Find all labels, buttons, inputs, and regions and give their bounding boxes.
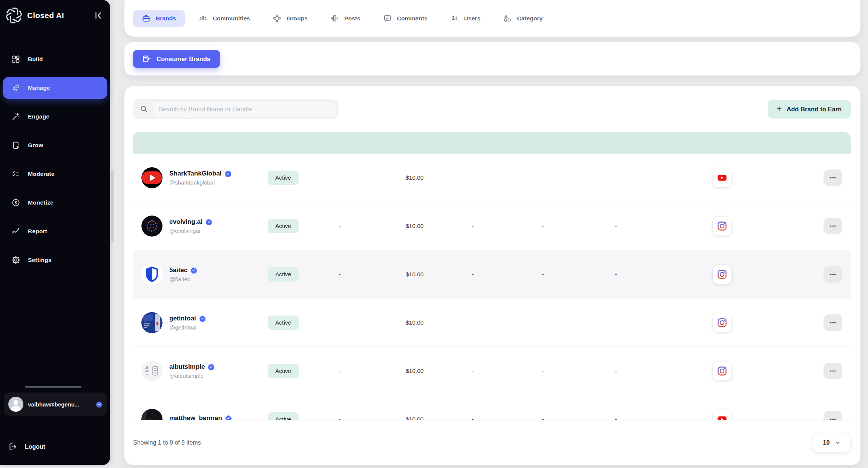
nav-tab[interactable]: Comments [374,10,437,27]
unique-viewers-value: - [539,223,612,229]
table-row[interactable]: matthew_berman Active - $10.00 [133,395,851,420]
wallet-arrow-icon [143,54,152,63]
instagram-chip[interactable] [713,265,732,284]
sidebar-item[interactable]: Build [3,48,107,70]
logout-icon [8,442,17,451]
user-card[interactable]: vaibhav@begenu... [4,393,107,416]
earnings-value: - [336,174,403,181]
sidebar-item[interactable]: Settings [3,249,107,271]
youtube-chip[interactable] [713,410,732,420]
users-icon [450,14,459,23]
cpm-value: $10.00 [403,368,469,374]
wand-icon [11,112,20,121]
earnings-value: - [336,319,403,326]
nav-tab-label: Category [517,15,543,22]
sidebar-menu: Build Manage Engage Grow Moderate $ Mone… [0,31,110,271]
brand-cell: aibutsimple @aibutsimple [133,360,268,382]
row-actions-button[interactable] [824,411,842,420]
brand-name: SharkTankGlobal [169,170,222,177]
total-views-value: - [469,223,539,229]
unique-viewers-value: - [539,271,612,278]
briefcase-icon [142,14,150,23]
verified-badge-icon [96,401,103,408]
particles-avatar [141,216,163,237]
brand-name: getintoai [169,315,196,322]
nav-tab-label: Brands [156,15,176,22]
verified-badge-icon [199,315,206,322]
sketch-avatar [141,360,163,382]
nav-tab[interactable]: Communities [190,10,259,27]
total-views-value: - [469,271,539,278]
sidebar-item[interactable]: Grow [3,134,107,156]
manage-icon [11,83,20,92]
nav-tab[interactable]: Groups [264,10,317,27]
table-row[interactable]: evolving.ai @evolvingai Active - $10.00 [133,202,851,250]
table-body: SharkTankGlobal @sharktankglobal Active … [133,154,851,420]
nav-tab[interactable]: Users [441,10,490,27]
nav-tab[interactable]: Category [494,10,552,27]
shapes-icon [503,14,512,23]
instagram-chip[interactable] [713,313,732,332]
add-brand-button[interactable]: + Add Brand to Earn [768,100,851,119]
sidebar-item[interactable]: Engage [3,106,107,128]
filter-bar-panel: Consumer Brands [124,42,860,75]
avg-views-value: - [612,174,696,181]
sidebar-item[interactable]: $ Monetize [3,192,107,214]
svg-text:$: $ [15,200,17,205]
instagram-chip[interactable] [713,362,732,380]
sidebar-item[interactable]: Moderate [3,163,107,185]
page-size-select[interactable]: 10 [813,433,851,453]
table-row[interactable]: 5aitec @5aitec Active - $10.00 - [133,250,851,299]
photo-blue-avatar [141,312,163,333]
user-email: vaibhav@begenu... [28,401,91,408]
youtube-chip[interactable] [713,168,732,187]
nav-tab[interactable]: Brands [133,10,185,27]
sidebar-item[interactable]: Manage [3,77,107,99]
user-avatar [8,397,23,412]
report-icon [11,227,20,236]
instagram-chip[interactable] [713,217,732,236]
consumer-brands-button[interactable]: Consumer Brands [133,50,220,68]
sidebar-divider [0,425,110,425]
chevron-down-icon [835,440,840,445]
sidebar-drag-handle[interactable] [25,386,81,388]
sidebar-item-label: Moderate [28,171,55,177]
sidebar-item[interactable]: Report [3,220,107,242]
add-brand-label: Add Brand to Earn [787,106,842,113]
unique-viewers-value: - [539,319,612,326]
photo-dark-avatar [141,409,163,420]
brand-cell: SharkTankGlobal @sharktankglobal [133,167,268,188]
checklist-icon [11,169,20,179]
build-icon [11,55,20,64]
table-footer: Showing 1 to 9 of 9 items 10 [133,420,851,465]
table-row[interactable]: SharkTankGlobal @sharktankglobal Active … [133,154,851,202]
row-actions-button[interactable] [824,266,842,283]
verified-badge-icon [205,219,212,225]
earnings-value: - [336,416,403,420]
row-actions-button[interactable] [824,314,842,331]
search-box [133,99,339,119]
sidebar-collapse-button[interactable] [92,9,105,22]
logout-button[interactable]: Logout [8,438,45,456]
table-row[interactable]: getintoai @getintoai Active - $10.00 [133,299,851,347]
sidebar-scrollbar[interactable] [111,171,113,242]
brand-name: 5aitec [169,266,187,274]
nav-tab-label: Communities [213,15,250,22]
nav-tab[interactable]: Posts [321,10,370,27]
row-actions-button[interactable] [824,363,842,379]
pagination-summary: Showing 1 to 9 of 9 items [133,439,201,446]
sidebar-header: Closed AI [0,0,110,31]
unique-viewers-value: - [539,368,612,374]
total-views-value: - [469,368,539,374]
app: Closed AI Build Manage Engage [0,0,868,468]
collapse-icon [94,11,103,20]
total-views-value: - [469,416,539,420]
brand-cell: evolving.ai @evolvingai [133,216,268,237]
cpm-value: $10.00 [403,223,469,229]
sidebar: Closed AI Build Manage Engage [0,0,110,465]
row-actions-button[interactable] [824,169,842,186]
brand-handle: @aibutsimple [169,373,215,379]
row-actions-button[interactable] [824,218,842,234]
search-input[interactable] [152,101,336,117]
table-row[interactable]: aibutsimple @aibutsimple Active - $10.00 [133,347,851,395]
